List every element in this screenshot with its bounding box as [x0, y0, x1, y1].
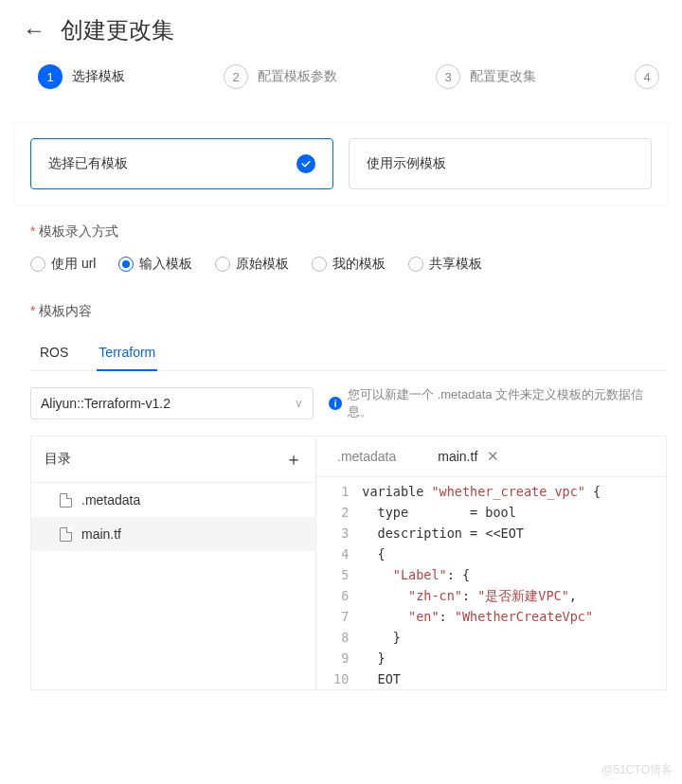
radio-use-url[interactable]: 使用 url	[30, 256, 96, 273]
version-value: Aliyun::Terraform-v1.2	[41, 396, 170, 411]
back-arrow-icon[interactable]: ←	[23, 19, 45, 42]
step-1[interactable]: 1 选择模板	[38, 64, 125, 89]
input-method-label: 模板录入方式	[30, 223, 667, 241]
step-2[interactable]: 2 配置模板参数	[224, 64, 337, 89]
radio-my-template[interactable]: 我的模板	[312, 256, 386, 273]
page-title: 创建更改集	[61, 15, 174, 45]
tab-terraform[interactable]: Terraform	[97, 335, 157, 371]
code-editor[interactable]: 12345678910 variable "whether_create_vpc…	[316, 477, 666, 689]
editor-tab-metadata[interactable]: .metadata	[316, 437, 417, 476]
step-4-number: 4	[635, 64, 659, 89]
file-icon	[60, 493, 72, 508]
step-4[interactable]: 4	[635, 64, 659, 89]
choice-sample-template[interactable]: 使用示例模板	[349, 138, 652, 189]
step-3[interactable]: 3 配置更改集	[436, 64, 536, 89]
code-content: variable "whether_create_vpc" { type = b…	[362, 481, 601, 689]
chevron-down-icon: ∨	[295, 397, 303, 410]
editor-file-tabs: .metadata main.tf ✕	[316, 437, 666, 477]
radio-icon	[118, 257, 134, 272]
metadata-hint: i 您可以新建一个 .metadata 文件来定义模板的元数据信息。	[329, 386, 667, 420]
file-main-tf[interactable]: main.tf	[31, 517, 315, 551]
step-1-number: 1	[38, 64, 63, 89]
line-numbers: 12345678910	[316, 481, 362, 689]
terraform-version-select[interactable]: Aliyun::Terraform-v1.2 ∨	[30, 387, 314, 419]
add-file-icon[interactable]: ＋	[285, 448, 302, 471]
content-tabs: ROS Terraform	[30, 335, 667, 371]
tab-ros[interactable]: ROS	[38, 335, 70, 370]
file-metadata[interactable]: .metadata	[31, 483, 315, 517]
wizard-steps: 1 选择模板 2 配置模板参数 3 配置更改集 4	[0, 57, 682, 108]
choice-existing-template[interactable]: 选择已有模板	[30, 138, 333, 189]
radio-icon	[312, 257, 327, 272]
editor-tab-main-tf[interactable]: main.tf ✕	[417, 437, 520, 476]
check-circle-icon	[296, 154, 315, 173]
input-method-radios: 使用 url 输入模板 原始模板 我的模板 共享模板	[30, 256, 667, 273]
radio-icon	[30, 257, 45, 272]
step-3-number: 3	[436, 64, 460, 89]
radio-icon	[408, 257, 423, 272]
info-icon: i	[329, 397, 342, 410]
radio-raw-template[interactable]: 原始模板	[215, 256, 289, 273]
close-tab-icon[interactable]: ✕	[487, 448, 499, 465]
file-icon	[60, 527, 72, 542]
step-2-number: 2	[224, 64, 248, 89]
step-1-label: 选择模板	[72, 68, 125, 85]
step-2-label: 配置模板参数	[258, 68, 337, 85]
radio-shared-template[interactable]: 共享模板	[408, 256, 482, 273]
directory-panel: 目录 ＋ .metadata main.tf	[31, 437, 315, 689]
choice-existing-label: 选择已有模板	[48, 155, 128, 172]
step-3-label: 配置更改集	[470, 68, 536, 85]
directory-label: 目录	[45, 451, 71, 468]
content-label: 模板内容	[30, 303, 667, 320]
choice-sample-label: 使用示例模板	[367, 155, 446, 172]
radio-input-template[interactable]: 输入模板	[118, 256, 192, 273]
radio-icon	[215, 257, 230, 272]
